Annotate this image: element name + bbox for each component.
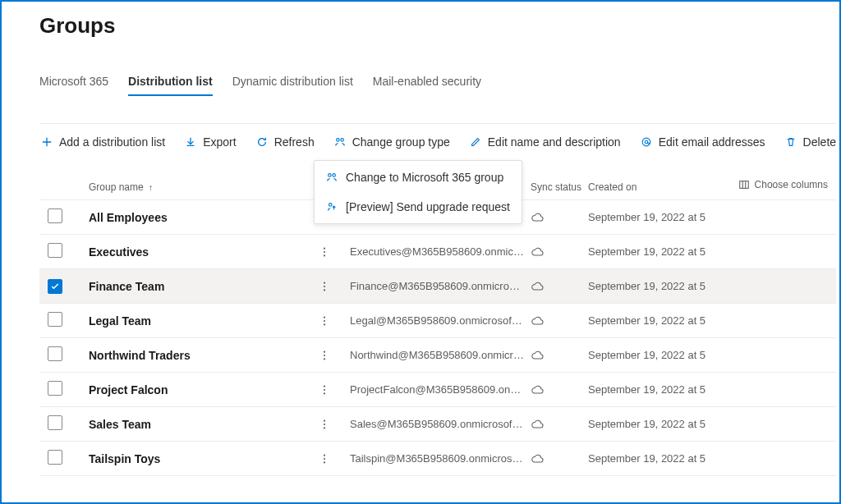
group-name-cell: Northwind Traders [89,349,319,362]
group-name-cell: Project Falcon [89,383,319,396]
group-icon [326,172,338,183]
delete-group-button[interactable]: Delete group [784,132,841,152]
edit-email-label: Edit email addresses [659,135,765,149]
svg-point-5 [333,174,336,177]
column-header-created-on[interactable]: Created on [588,181,752,193]
created-on-cell: September 19, 2022 at 5 [588,349,752,361]
cloud-icon [531,211,588,224]
row-more-icon[interactable] [319,315,350,327]
tab-dynamic-distribution-list[interactable]: Dynamic distribution list [232,75,353,96]
table-row[interactable]: ExecutivesExecutives@M365B958609.onmicro… [39,235,836,269]
group-up-icon [326,201,338,213]
svg-point-30 [324,457,325,459]
group-swap-icon [334,136,346,148]
svg-point-28 [324,427,325,428]
group-name-cell: All Employees [89,211,319,224]
sort-ascending-icon: ↑ [149,182,154,192]
cloud-icon [531,452,588,465]
column-header-group-name[interactable]: Group name ↑ [89,181,319,193]
svg-point-22 [324,358,325,360]
svg-point-14 [324,282,325,283]
menu-item-send-upgrade-request[interactable]: [Preview] Send upgrade request [315,192,522,222]
svg-point-20 [324,351,325,352]
refresh-label: Refresh [274,135,315,149]
svg-point-0 [336,139,339,142]
svg-point-17 [324,316,325,318]
menu-item-change-to-m365[interactable]: Change to Microsoft 365 group [315,163,522,192]
table-row[interactable]: Legal TeamLegal@M365B958609.onmicrosoft.… [39,304,836,338]
group-name-cell: Legal Team [89,314,319,328]
svg-point-24 [324,388,325,390]
svg-point-19 [324,323,325,325]
table-row[interactable]: Project FalconProjectFalcon@M365B958609.… [39,373,836,407]
created-on-cell: September 19, 2022 at 5 [588,314,752,327]
table-row[interactable]: Finance TeamFinance@M365B958609.onmicros… [39,269,836,304]
tab-microsoft-365[interactable]: Microsoft 365 [39,75,108,96]
row-more-icon[interactable] [319,453,350,465]
menu-item-label: Change to Microsoft 365 group [346,171,503,184]
cloud-icon [531,418,588,431]
trash-icon [785,136,797,148]
created-on-cell: September 19, 2022 at 5 [588,280,752,292]
columns-icon [738,179,750,190]
table-row[interactable]: Northwind TradersNorthwind@M365B958609.o… [39,338,836,373]
row-checkbox[interactable] [48,381,62,396]
row-checkbox[interactable] [48,208,62,223]
choose-columns-button[interactable]: Choose columns [738,179,828,190]
svg-point-16 [324,289,325,291]
cloud-icon [531,314,588,328]
svg-point-11 [324,247,325,249]
edit-name-description-button[interactable]: Edit name and description [468,132,623,152]
group-name-cell: Executives [89,245,319,259]
row-checkbox[interactable] [48,450,62,465]
change-group-type-menu: Change to Microsoft 365 group [Preview] … [314,160,522,224]
page-title: Groups [39,13,836,39]
row-checkbox[interactable] [48,312,62,327]
column-header-sync-status[interactable]: Sync status [531,181,588,193]
email-cell: Legal@M365B958609.onmicrosoft.com [350,314,531,327]
svg-point-31 [324,461,325,463]
row-more-icon[interactable] [319,384,350,396]
created-on-cell: September 19, 2022 at 5 [588,211,752,223]
created-on-cell: September 19, 2022 at 5 [588,245,752,258]
column-label: Group name [89,181,144,193]
row-more-icon[interactable] [319,246,350,258]
svg-point-21 [324,354,325,355]
delete-label: Delete group [803,135,841,149]
created-on-cell: September 19, 2022 at 5 [588,452,752,465]
edit-name-label: Edit name and description [488,135,621,149]
tab-distribution-list[interactable]: Distribution list [128,75,213,96]
svg-point-2 [642,138,650,146]
svg-point-4 [329,174,332,177]
row-checkbox[interactable] [48,346,62,361]
row-more-icon[interactable] [319,350,350,361]
change-group-type-button[interactable]: Change group type [333,132,452,152]
change-type-label: Change group type [352,135,450,149]
table-row[interactable]: Tailspin ToysTailspin@M365B958609.onmicr… [39,442,836,476]
export-button[interactable]: Export [183,132,237,152]
row-checkbox[interactable] [48,279,62,294]
svg-point-13 [324,254,325,256]
tab-bar: Microsoft 365 Distribution list Dynamic … [39,75,836,97]
svg-point-15 [324,285,325,286]
add-distribution-list-button[interactable]: Add a distribution list [39,132,167,152]
edit-email-addresses-button[interactable]: Edit email addresses [639,132,767,152]
section-divider [39,123,836,124]
row-checkbox[interactable] [48,415,62,430]
tab-mail-enabled-security[interactable]: Mail-enabled security [373,75,481,96]
svg-point-1 [341,139,344,142]
svg-point-27 [324,423,325,424]
email-cell: Finance@M365B958609.onmicrosoft.com [350,280,531,292]
group-name-cell: Sales Team [89,418,319,431]
row-more-icon[interactable] [319,281,350,292]
download-icon [185,136,196,148]
table-row[interactable]: Sales TeamSales@M365B958609.onmicrosoft.… [39,407,836,442]
refresh-icon [256,136,268,148]
pencil-icon [470,136,481,148]
created-on-cell: September 19, 2022 at 5 [588,418,752,430]
refresh-button[interactable]: Refresh [255,132,316,152]
cloud-icon [531,280,588,293]
row-more-icon[interactable] [319,419,350,430]
row-checkbox[interactable] [48,243,62,258]
group-name-cell: Finance Team [89,280,319,293]
